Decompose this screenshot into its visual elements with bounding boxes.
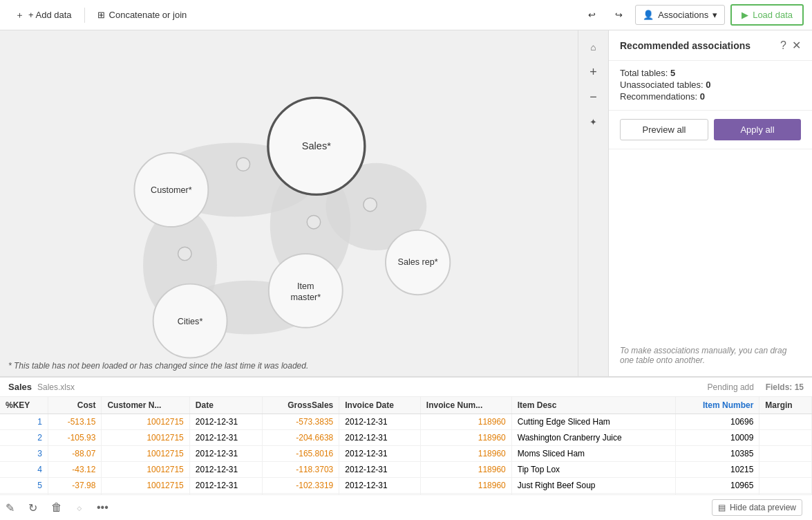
table-cell: -513.15	[48, 414, 102, 430]
toolbar-separator	[84, 8, 85, 23]
preview-all-label: Preview all	[643, 124, 686, 135]
concat-join-label: Concatenate or join	[109, 10, 187, 20]
empty-note-text: To make associations manually, you can d…	[620, 346, 786, 365]
table-cell: 118960	[420, 414, 511, 430]
col-date: Date	[189, 397, 262, 414]
panel-header: Recommended associations ? ✕	[609, 30, 812, 61]
table-cell: 3	[0, 446, 48, 462]
data-table-wrap[interactable]: %KEY Cost Customer N... Date GrossSales …	[0, 397, 812, 494]
undo-button[interactable]: ↩	[581, 6, 603, 24]
svg-text:master*: master*	[291, 292, 321, 302]
col-cost: Cost	[48, 397, 102, 414]
footnote-text: * This table has not been loaded or has …	[8, 361, 308, 371]
table-cell: 10965	[676, 478, 759, 494]
table-cell: -165.8016	[262, 446, 339, 462]
table-header-row: %KEY Cost Customer N... Date GrossSales …	[0, 397, 812, 414]
concat-join-button[interactable]: ⊞ Concatenate or join	[91, 6, 194, 24]
home-view-button[interactable]: ⌂	[583, 36, 605, 58]
data-preview-header: Sales Sales.xlsx Pending add Fields: 15	[0, 378, 812, 397]
more-icon[interactable]: •••	[95, 500, 110, 515]
zoom-in-icon: +	[589, 65, 597, 80]
load-data-button[interactable]: ▶ Load data	[730, 4, 804, 26]
data-preview-panel: Sales Sales.xlsx Pending add Fields: 15 …	[0, 376, 812, 520]
preview-all-button[interactable]: Preview all	[620, 119, 708, 140]
svg-point-5	[236, 158, 249, 171]
table-cell: -102.3319	[262, 478, 339, 494]
table-cell: 2	[0, 430, 48, 446]
canvas-area[interactable]: Cities* Customer* Item master* Sales rep…	[0, 30, 608, 376]
edit-icon[interactable]: ✎	[4, 500, 16, 516]
node-graph: Cities* Customer* Item master* Sales rep…	[0, 30, 578, 376]
table-cell: 2012-12-31	[339, 462, 421, 478]
table-cell: 118960	[420, 446, 511, 462]
table-cell: 10385	[676, 446, 759, 462]
toolbar-right-group: ↩ ↪ 👤 Associations ▾ ▶ Load data	[581, 4, 804, 26]
hide-preview-button[interactable]: ▤ Hide data preview	[712, 499, 802, 516]
col-margin: Margin	[759, 397, 812, 414]
preview-toolbar: ✎ ↻ 🗑 ⬦ ••• ▤ Hide data preview	[0, 494, 812, 520]
col-item-desc: Item Desc	[511, 397, 675, 414]
svg-text:Sales*: Sales*	[302, 140, 331, 151]
total-tables-label: Total tables:	[620, 68, 668, 78]
recommendations-value: 0	[700, 91, 705, 102]
table-cell: 2012-12-31	[339, 430, 421, 446]
table-cell: Just Right Beef Soup	[511, 478, 675, 494]
table-cell: 2012-12-31	[189, 414, 262, 430]
table-cell: 2012-12-31	[339, 414, 421, 430]
close-icon[interactable]: ✕	[792, 39, 801, 52]
table-cell: -37.98	[48, 478, 102, 494]
data-table: %KEY Cost Customer N... Date GrossSales …	[0, 397, 812, 494]
col-item-number: Item Number	[676, 397, 759, 414]
table-cell: 10012715	[102, 414, 189, 430]
table-cell	[759, 446, 812, 462]
undo-icon: ↩	[588, 10, 596, 20]
svg-point-7	[307, 215, 320, 228]
monitor-icon: ▤	[718, 503, 726, 512]
delete-icon[interactable]: 🗑	[50, 500, 64, 515]
add-data-button[interactable]: ＋ + Add data	[8, 5, 79, 26]
apply-all-button[interactable]: Apply all	[714, 119, 801, 140]
table-cell: 10012715	[102, 478, 189, 494]
table-cell: Moms Sliced Ham	[511, 446, 675, 462]
col-invoice-date: Invoice Date	[339, 397, 421, 414]
associations-button[interactable]: 👤 Associations ▾	[635, 5, 725, 25]
zoom-in-button[interactable]: +	[583, 61, 605, 83]
table-cell: -43.12	[48, 462, 102, 478]
table-cell: 10009	[676, 430, 759, 446]
table-cell: -573.3835	[262, 414, 339, 430]
pending-label: Pending add	[708, 382, 754, 392]
apply-all-label: Apply all	[740, 124, 774, 135]
recommendations-label: Recommendations:	[620, 91, 697, 102]
table-cell: -105.93	[48, 430, 102, 446]
zoom-out-button[interactable]: −	[583, 86, 605, 108]
table-cell: 2012-12-31	[339, 478, 421, 494]
footnote: * This table has not been loaded or has …	[8, 361, 308, 371]
table-cell: 2012-12-31	[189, 478, 262, 494]
table-cell	[759, 430, 812, 446]
preview-status: Pending add Fields: 15	[708, 382, 804, 392]
table-cell: 5	[0, 478, 48, 494]
home-icon: ⌂	[590, 42, 596, 53]
preview-table-name: Sales	[8, 382, 32, 392]
total-tables-stat: Total tables: 5	[620, 68, 801, 78]
refresh-icon[interactable]: ↻	[27, 500, 39, 516]
table-cell: Tip Top Lox	[511, 462, 675, 478]
table-cell: 4	[0, 462, 48, 478]
panel-header-icons: ? ✕	[780, 39, 801, 52]
preview-file-name: Sales.xlsx	[37, 382, 75, 392]
table-row: 3-88.07100127152012-12-31-165.80162012-1…	[0, 446, 812, 462]
auto-layout-button[interactable]: ✦	[583, 111, 605, 133]
table-cell: 2012-12-31	[189, 446, 262, 462]
chevron-down-icon: ▾	[712, 10, 717, 20]
svg-text:Customer*: Customer*	[151, 185, 192, 195]
col-invoice-num: Invoice Num...	[420, 397, 511, 414]
filter-icon[interactable]: ⬦	[75, 500, 84, 515]
magic-wand-icon: ✦	[589, 117, 597, 127]
table-cell	[759, 414, 812, 430]
table-cell: 118960	[420, 462, 511, 478]
redo-button[interactable]: ↪	[608, 6, 630, 24]
fields-label: Fields: 15	[766, 382, 804, 392]
svg-text:Item: Item	[297, 281, 314, 291]
table-cell: 10012715	[102, 446, 189, 462]
help-icon[interactable]: ?	[780, 39, 786, 52]
